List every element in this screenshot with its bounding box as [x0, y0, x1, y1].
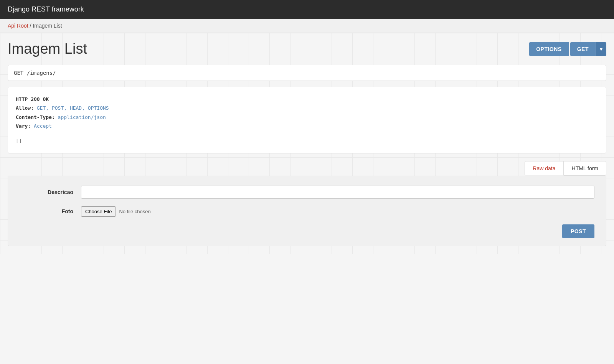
response-panel: HTTP 200 OK Allow: GET, POST, HEAD, OPTI…: [8, 87, 606, 153]
no-file-text: No file chosen: [119, 209, 150, 214]
response-vary: Vary: Accept: [16, 122, 598, 130]
action-buttons: OPTIONS GET ▾: [529, 42, 606, 56]
url-method: GET: [14, 70, 23, 76]
page-title: Imagem List: [8, 41, 87, 57]
navbar-title: Django REST framework: [8, 5, 84, 13]
form-panel: Descricao Foto Choose File No file chose…: [8, 176, 606, 246]
form-row-descricao: Descricao: [20, 186, 594, 199]
response-content-type: Content-Type: application/json: [16, 113, 598, 122]
tab-html-form[interactable]: HTML form: [564, 161, 606, 176]
file-input-area: Choose File No file chosen: [81, 206, 151, 217]
post-button[interactable]: POST: [562, 224, 594, 238]
tabs-area: Raw data HTML form: [8, 161, 606, 176]
form-row-foto: Foto Choose File No file chosen: [20, 206, 594, 217]
breadcrumb: Api Root / Imagem List: [0, 19, 614, 33]
breadcrumb-api-root[interactable]: Api Root: [8, 23, 28, 29]
options-button[interactable]: OPTIONS: [529, 42, 569, 56]
url-bar: GET /imagens/: [8, 65, 606, 81]
main-content: Imagem List OPTIONS GET ▾ GET /imagens/ …: [0, 33, 614, 254]
chevron-down-icon: ▾: [600, 46, 602, 52]
navbar: Django REST framework: [0, 0, 614, 19]
choose-file-button[interactable]: Choose File: [81, 206, 116, 217]
form-actions: POST: [20, 224, 594, 238]
get-btn-wrapper: GET ▾: [570, 42, 606, 56]
page-header: Imagem List OPTIONS GET ▾: [8, 41, 606, 57]
descricao-input[interactable]: [81, 186, 594, 199]
response-allow: Allow: GET, POST, HEAD, OPTIONS: [16, 104, 598, 112]
get-button[interactable]: GET: [570, 42, 596, 56]
breadcrumb-current: Imagem List: [33, 23, 62, 29]
tab-raw-data[interactable]: Raw data: [525, 161, 563, 176]
foto-label: Foto: [20, 208, 81, 214]
response-status: HTTP 200 OK: [16, 95, 598, 104]
url-path: /imagens/: [27, 70, 56, 76]
descricao-label: Descricao: [20, 189, 81, 195]
response-body: []: [16, 137, 598, 145]
get-dropdown-button[interactable]: ▾: [596, 42, 606, 56]
